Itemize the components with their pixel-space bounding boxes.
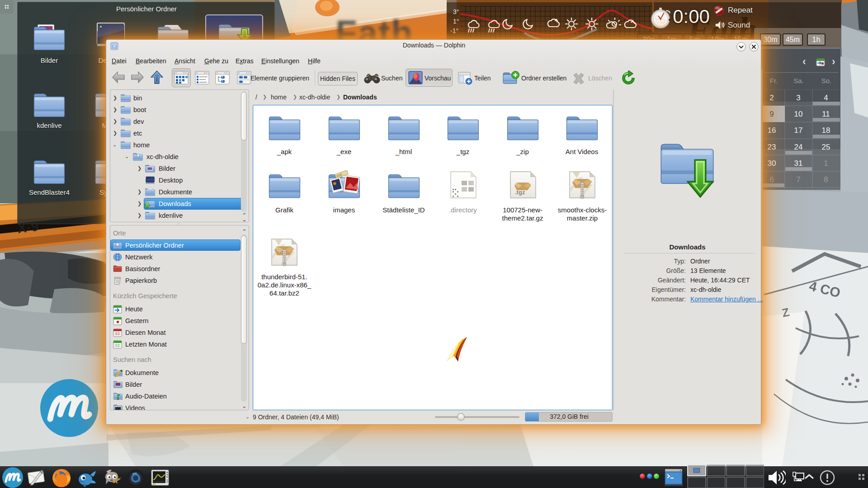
svg-text:8: 8: [824, 175, 828, 184]
svg-text:25: 25: [822, 143, 830, 151]
svg-text:18: 18: [822, 126, 830, 135]
svg-text:4: 4: [824, 94, 828, 102]
svg-text:10: 10: [794, 110, 803, 118]
svg-text:1: 1: [824, 159, 828, 168]
svg-text:7: 7: [796, 175, 800, 184]
svg-text:3: 3: [796, 94, 800, 102]
svg-text:24: 24: [794, 143, 803, 151]
svg-text:30: 30: [768, 159, 776, 168]
svg-text:16: 16: [768, 126, 776, 135]
svg-text:11: 11: [822, 110, 830, 118]
svg-text:23: 23: [768, 143, 776, 151]
svg-text:31: 31: [794, 159, 803, 168]
svg-text:-1°: -1°: [450, 27, 458, 34]
svg-text:9: 9: [769, 110, 774, 118]
svg-text:2: 2: [769, 94, 774, 102]
svg-text:1°: 1°: [453, 18, 459, 25]
svg-text:3°: 3°: [453, 8, 459, 15]
svg-text:6: 6: [769, 175, 774, 184]
svg-text:17: 17: [794, 126, 803, 135]
